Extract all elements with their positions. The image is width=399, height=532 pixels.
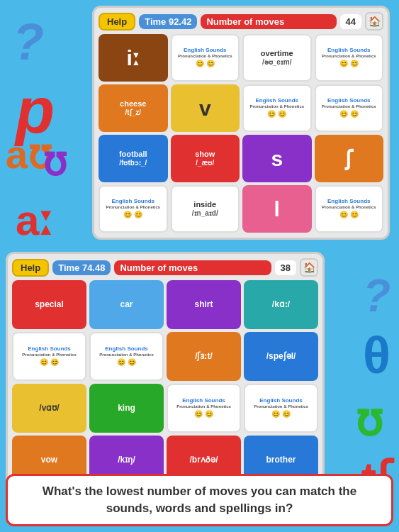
letter-a-colon: aː [16, 195, 53, 245]
letter-theta: θ [363, 326, 390, 384]
bottom-home-button[interactable]: 🏠 [300, 258, 318, 277]
top-grid: iː English Sounds Pronunciation & Phonet… [99, 34, 383, 233]
question-mark-right: ? [363, 270, 390, 322]
top-moves-label: Number of moves [201, 14, 336, 29]
tile-special[interactable]: special [12, 280, 86, 329]
tile-vau[interactable]: /vɑʊ/ [12, 384, 86, 433]
tile-s[interactable]: s [242, 135, 312, 182]
tile-es-6[interactable]: English Sounds Pronunciation & Phonetics… [315, 185, 384, 233]
bottom-grid: special car shirt /kɑː/ English Sounds P… [12, 280, 318, 484]
tile-l[interactable]: l [242, 185, 312, 233]
tile-cheese[interactable]: cheese/tʃ_z/ [99, 84, 168, 132]
tile-es-4[interactable]: English Sounds Pronunciation & Phonetics… [315, 84, 384, 132]
tile-iz[interactable]: iː [99, 34, 168, 82]
tile-es-5[interactable]: English Sounds Pronunciation & Phonetics… [99, 185, 168, 233]
tile-football[interactable]: football/fʊtbɔː_/ [99, 135, 168, 182]
left-decorative: ? p aʊ ʊ aː [0, 0, 92, 262]
tile-es-2[interactable]: English Sounds Pronunciation & Phonetics… [315, 34, 384, 82]
tile-es-b2[interactable]: English Sounds Pronunciation & Phonetics… [89, 332, 164, 381]
bottom-moves-value: 38 [275, 260, 296, 275]
tile-speshel[interactable]: /speʃəl/ [244, 332, 318, 381]
tile-es-1[interactable]: English Sounds Pronunciation & Phonetics… [171, 34, 240, 82]
top-panel-header: Help Time 92.42 Number of moves 44 🏠 [99, 12, 383, 31]
tile-v[interactable]: v [171, 84, 240, 132]
letter-upsilon-right: ʊ [355, 394, 383, 446]
tile-shirt[interactable]: shirt [167, 280, 241, 329]
bottom-game-panel: Help Time 74.48 Number of moves 38 🏠 spe… [6, 252, 325, 493]
tile-inside[interactable]: inside/ɪn_aɪd/ [171, 185, 240, 233]
tile-es-3[interactable]: English Sounds Pronunciation & Phonetics… [242, 84, 312, 132]
tile-es-b4[interactable]: English Sounds Pronunciation & Phonetics… [244, 384, 318, 433]
top-moves-value: 44 [340, 14, 361, 29]
tile-king[interactable]: king [89, 384, 164, 433]
tile-sh[interactable]: ʃ [315, 135, 384, 182]
top-help-button[interactable]: Help [99, 13, 135, 31]
tile-kar[interactable]: /kɑː/ [244, 280, 318, 329]
tile-show[interactable]: show/_æʊ/ [171, 135, 240, 182]
tile-shert[interactable]: /ʃɜːt/ [167, 332, 241, 381]
footer-text: What's the lowest number of moves you ca… [43, 484, 356, 515]
right-decorative: ? θ ʊ tʃ [321, 262, 399, 504]
tile-es-b3[interactable]: English Sounds Pronunciation & Phonetics… [167, 384, 241, 433]
tile-overtime[interactable]: overtime/əʊ_eɪm/ [242, 34, 312, 82]
top-time-display: Time 92.42 [139, 14, 197, 29]
tile-car[interactable]: car [89, 280, 164, 329]
top-game-panel: Help Time 92.42 Number of moves 44 🏠 iː … [92, 6, 390, 240]
top-home-button[interactable]: 🏠 [365, 12, 383, 31]
question-mark-left: ? [13, 13, 44, 71]
footer-text-box: What's the lowest number of moves you ca… [6, 474, 393, 526]
letter-upsilon-left: ʊ [43, 138, 67, 184]
bottom-moves-label: Number of moves [114, 260, 271, 275]
tile-es-b1[interactable]: English Sounds Pronunciation & Phonetics… [12, 332, 86, 381]
